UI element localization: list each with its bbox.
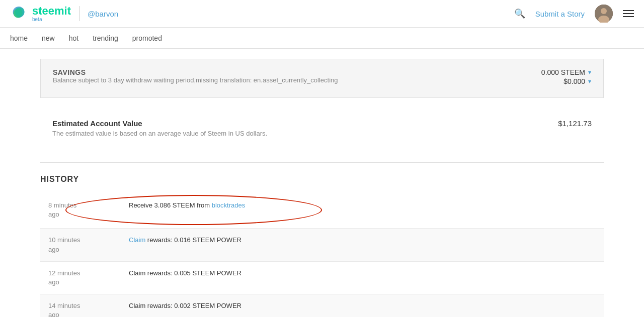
estimated-title: Estimated Account Value [52,119,267,128]
savings-title: SAVINGS [53,68,338,76]
history-table: 8 minutesago Receive 3.086 STEEM from bl… [40,192,604,317]
history-extra [362,229,604,261]
estimated-header: Estimated Account Value The estimated va… [52,119,592,137]
savings-card: SAVINGS Balance subject to 3 day withdra… [40,59,604,98]
history-extra [362,194,604,226]
logo-beta: beta [32,17,71,22]
hamburger-line-1 [623,10,634,11]
history-description: Claim rewards: 0.016 STEEM POWER [121,229,362,261]
nav-item-hot[interactable]: hot [69,32,78,44]
history-time: 12 minutesago [40,262,121,294]
avatar[interactable] [595,5,613,23]
history-extra [362,262,604,294]
header-actions: 🔍 Submit a Story [514,5,634,23]
estimated-amount: $1,121.73 [558,119,592,128]
savings-steem-amount: 0.000 STEEM ▾ [541,68,591,76]
table-row: 10 minutesago Claim rewards: 0.016 STEEM… [40,229,604,261]
logo-text: steemit beta [32,6,71,22]
estimated-description: The estimated value is based on an avera… [52,130,267,137]
savings-left: SAVINGS Balance subject to 3 day withdra… [53,68,338,84]
logo-area: steemit beta [10,5,71,23]
hamburger-menu-button[interactable] [623,10,634,17]
logo-name: steemit [32,6,71,17]
section-divider [40,162,604,163]
hamburger-line-2 [623,13,634,14]
history-title: HISTORY [40,175,604,184]
nav-item-promoted[interactable]: promoted [132,32,162,44]
estimated-value-section: Estimated Account Value The estimated va… [40,110,604,146]
estimated-left: Estimated Account Value The estimated va… [52,119,267,137]
savings-description: Balance subject to 3 day withdraw waitin… [53,76,338,84]
history-description: Receive 3.086 STEEM from blocktrades [121,194,362,226]
header-divider [79,6,79,21]
table-row: 12 minutesago Claim rewards: 0.005 STEEM… [40,262,604,294]
search-icon[interactable]: 🔍 [514,8,525,19]
table-row: 8 minutesago Receive 3.086 STEEM from bl… [40,192,604,229]
nav-item-home[interactable]: home [10,32,28,44]
submit-story-button[interactable]: Submit a Story [535,10,585,18]
history-extra [362,294,604,317]
savings-amount-area: 0.000 STEEM ▾ $0.000 ▾ [541,68,591,85]
savings-usd-amount: $0.000 ▾ [541,77,591,85]
nav-bar: home new hot trending promoted [0,28,644,49]
history-time: 8 minutesago [40,194,121,226]
claim-link[interactable]: Claim [129,236,145,244]
nav-item-new[interactable]: new [42,32,55,44]
history-time: 14 minutesago [40,294,121,317]
main-content: SAVINGS Balance subject to 3 day withdra… [20,49,624,317]
blocktrades-link[interactable]: blocktrades [212,201,245,209]
header: steemit beta @barvon 🔍 Submit a Story [0,0,644,28]
history-time: 10 minutesago [40,229,121,261]
savings-header: SAVINGS Balance subject to 3 day withdra… [53,68,591,85]
nav-item-trending[interactable]: trending [93,32,118,44]
logo-icon [10,5,28,23]
svg-point-1 [601,8,607,14]
hamburger-line-3 [623,16,634,17]
history-description: Claim rewards: 0.005 STEEM POWER [121,262,362,294]
usd-dropdown-arrow[interactable]: ▾ [588,78,591,85]
steem-dropdown-arrow[interactable]: ▾ [588,69,591,76]
username: @barvon [88,10,118,18]
history-section: HISTORY 8 minutesago Receive 3.086 STEEM… [40,175,604,317]
table-row: 14 minutesago Claim rewards: 0.002 STEEM… [40,294,604,317]
history-description: Claim rewards: 0.002 STEEM POWER [121,294,362,317]
